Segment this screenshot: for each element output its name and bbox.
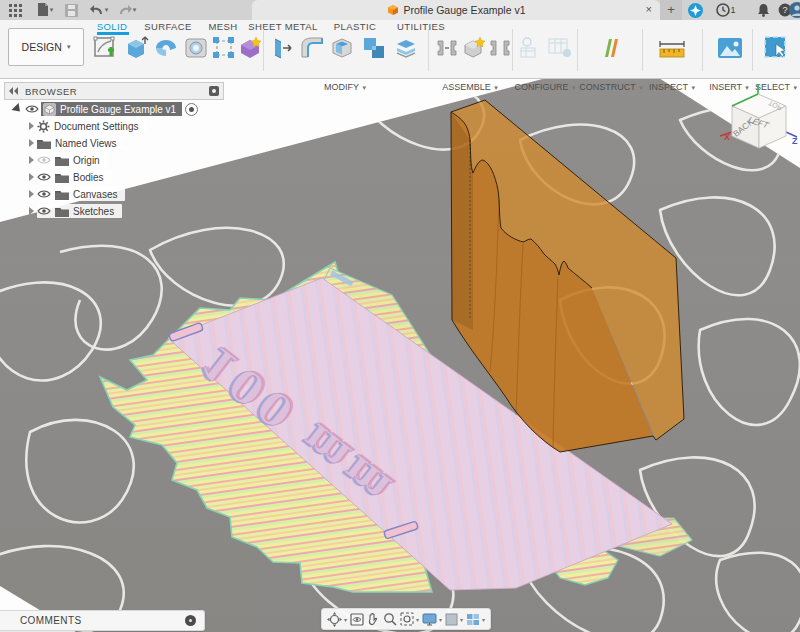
browser-header[interactable]: BROWSER <box>4 82 224 100</box>
browser-row-document-settings[interactable]: Document Settings <box>26 119 224 133</box>
select-window-icon[interactable] <box>762 34 790 62</box>
file-menu-icon[interactable]: ▾ <box>32 2 58 18</box>
display-settings-icon[interactable]: ▾ <box>422 613 442 626</box>
configuration-insert-icon[interactable] <box>546 34 574 62</box>
collapse-panel-icon[interactable] <box>9 87 19 95</box>
tab-solid[interactable]: SOLID <box>97 21 128 32</box>
fusion-logo-icon <box>387 4 399 16</box>
job-status-count: 1 <box>730 5 735 15</box>
job-status-icon[interactable]: 1 <box>714 2 738 18</box>
tab-sheet-metal[interactable]: SHEET METAL <box>248 21 318 32</box>
eye-icon[interactable] <box>37 172 51 182</box>
browser-row-sketches[interactable]: Sketches <box>26 204 224 218</box>
fillet-icon[interactable] <box>298 34 326 62</box>
view-cube[interactable]: TOP BACK LEFT X Z <box>718 80 800 158</box>
group-modify[interactable]: MODIFY ▾ <box>324 82 366 92</box>
as-built-joint-icon[interactable] <box>486 34 514 62</box>
group-configure[interactable]: CONFIGURE ▾ <box>514 82 575 92</box>
tab-surface[interactable]: SURFACE <box>144 21 192 32</box>
canvas-insert-icon[interactable] <box>716 34 744 62</box>
collapsed-triangle-icon[interactable] <box>29 173 34 181</box>
create-sketch-icon[interactable] <box>92 34 120 62</box>
fusion360-window: { "title_bar": { "document_tab": {"title… <box>0 0 800 632</box>
folder-icon <box>55 189 69 200</box>
comments-label: COMMENTS <box>20 615 185 626</box>
gear-icon <box>37 120 50 133</box>
z-axis-label[interactable]: Z <box>792 136 798 146</box>
hole-icon[interactable] <box>182 34 210 62</box>
look-at-icon[interactable] <box>350 613 364 626</box>
save-icon[interactable] <box>62 2 80 18</box>
close-tab-icon[interactable]: × <box>646 3 652 16</box>
notifications-bell-icon[interactable] <box>754 2 772 18</box>
collapsed-triangle-icon[interactable] <box>29 207 34 215</box>
browser-panel: BROWSER Profile Gauge Example v1 Documen… <box>4 82 224 221</box>
document-tab[interactable]: Profile Gauge Example v1 × <box>252 0 660 20</box>
pan-icon[interactable] <box>367 612 380 626</box>
new-component-icon[interactable] <box>460 34 488 62</box>
configuration-table-icon[interactable] <box>518 34 546 62</box>
comments-action-icon[interactable] <box>185 615 196 626</box>
combine-icon[interactable] <box>360 34 388 62</box>
svg-text:?: ? <box>782 5 787 15</box>
eye-icon[interactable] <box>25 104 39 114</box>
press-pull-icon[interactable] <box>268 34 296 62</box>
measure-icon[interactable] <box>658 34 686 62</box>
new-tab-button[interactable]: + <box>660 0 682 20</box>
folder-icon <box>37 138 51 149</box>
tab-mesh[interactable]: MESH <box>208 21 237 32</box>
fit-icon[interactable]: ▾ <box>400 612 419 626</box>
x-axis-label[interactable]: X <box>724 132 730 142</box>
collapsed-triangle-icon[interactable] <box>29 122 34 130</box>
pattern-icon[interactable] <box>210 34 238 62</box>
revolve-icon[interactable] <box>152 34 180 62</box>
app-grid-icon[interactable] <box>6 2 24 18</box>
title-bar: ▾ ▾ ▾ Profile Gauge Example v1 × + 1 ? <box>0 0 800 21</box>
collapsed-triangle-icon[interactable] <box>29 139 34 147</box>
zoom-icon[interactable] <box>383 612 397 626</box>
eye-icon[interactable] <box>37 206 51 216</box>
redo-icon[interactable]: ▾ <box>114 2 140 18</box>
comments-bar[interactable]: COMMENTS <box>0 610 205 631</box>
collapsed-triangle-icon[interactable] <box>29 156 34 164</box>
root-component-label: Profile Gauge Example v1 <box>60 104 176 115</box>
undo-icon[interactable]: ▾ <box>86 2 112 18</box>
activate-component-radio[interactable] <box>185 103 198 116</box>
construct-plane-icon[interactable] <box>598 34 626 62</box>
group-inspect[interactable]: INSPECT ▾ <box>649 82 695 92</box>
folder-icon <box>55 172 69 183</box>
component-cube-icon <box>43 103 56 116</box>
collapsed-triangle-icon[interactable] <box>29 190 34 198</box>
orbit-icon[interactable]: ▾ <box>327 612 347 627</box>
tab-utilities[interactable]: UTILITIES <box>397 21 445 32</box>
joint-icon[interactable] <box>433 34 461 62</box>
ribbon-toolbar: DESIGN▾ SOLID SURFACE MESH SHEET METAL P… <box>0 20 800 79</box>
browser-row-canvases[interactable]: Canvases <box>26 187 224 201</box>
viewports-icon[interactable]: ▾ <box>466 613 485 626</box>
eye-hidden-icon[interactable] <box>37 155 51 165</box>
shell-icon[interactable] <box>328 34 356 62</box>
browser-row-origin[interactable]: Origin <box>26 153 224 167</box>
browser-row-bodies[interactable]: Bodies <box>26 170 224 184</box>
eye-icon[interactable] <box>37 189 51 199</box>
extrude-icon[interactable] <box>122 34 150 62</box>
tab-plastic[interactable]: PLASTIC <box>334 21 376 32</box>
split-body-icon[interactable] <box>392 34 420 62</box>
browser-row-named-views[interactable]: Named Views <box>26 136 224 150</box>
grid-display-icon[interactable]: ▾ <box>445 613 463 626</box>
create-form-icon[interactable] <box>236 34 264 62</box>
profile-avatar[interactable] <box>788 2 800 18</box>
expanded-triangle-icon[interactable] <box>11 103 23 115</box>
document-title: Profile Gauge Example v1 <box>404 4 526 16</box>
browser-root-row[interactable]: Profile Gauge Example v1 <box>12 102 224 116</box>
workspace-selector[interactable]: DESIGN▾ <box>8 28 84 66</box>
group-construct[interactable]: CONSTRUCT ▾ <box>579 82 642 92</box>
group-assemble[interactable]: ASSEMBLE ▾ <box>442 82 498 92</box>
browser-options-icon[interactable] <box>209 86 219 96</box>
navigation-bar: ▾ ▾ ▾ ▾ ▾ <box>321 608 491 630</box>
extensions-icon[interactable] <box>686 2 704 18</box>
folder-icon <box>55 155 69 166</box>
folder-icon <box>55 206 69 217</box>
